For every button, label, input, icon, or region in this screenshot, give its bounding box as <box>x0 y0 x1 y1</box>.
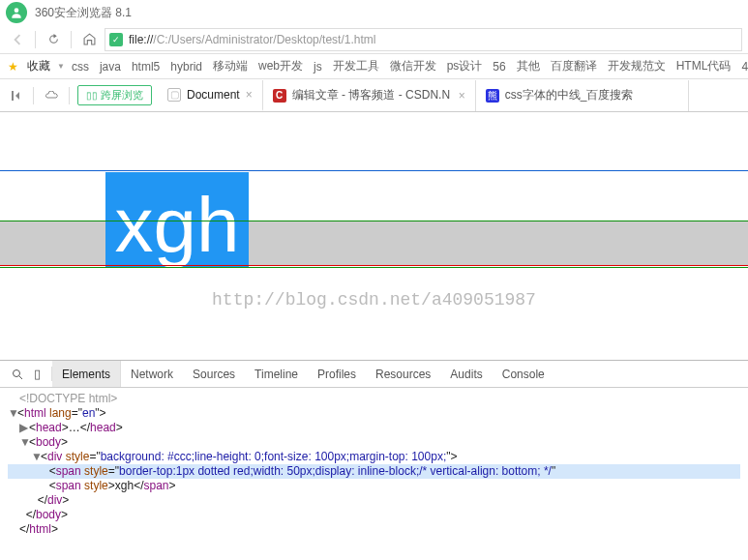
dom-tree[interactable]: <!DOCTYPE html> ▼<html lang="en"> ▶<head… <box>0 388 748 541</box>
inspect-icon[interactable] <box>6 368 29 380</box>
bookmark-item[interactable]: css <box>68 60 93 74</box>
doctype: <!DOCTYPE html> <box>19 392 117 405</box>
devtools: ▯ Elements Network Sources Timeline Prof… <box>0 360 748 541</box>
tab-csdn[interactable]: C 编辑文章 - 博客频道 - CSDN.N × <box>263 80 476 111</box>
baidu-icon: 熊 <box>486 89 499 103</box>
bookmark-item[interactable]: web开发 <box>254 58 307 74</box>
devtools-tab-elements[interactable]: Elements <box>52 361 121 387</box>
url-protocol: file:// <box>129 33 153 46</box>
bookmark-item[interactable]: 开发规范文 <box>604 58 670 74</box>
xgh-text: xgh <box>115 187 240 264</box>
svg-point-1 <box>14 369 20 376</box>
back-button[interactable] <box>6 28 29 51</box>
tab-baidu[interactable]: 熊 css字体的中线_百度搜索 <box>476 80 689 111</box>
devtools-tab-profiles[interactable]: Profiles <box>308 361 366 387</box>
bookmark-item[interactable]: ps设计 <box>443 58 487 74</box>
watermark: http://blog.csdn.net/a409051987 <box>0 290 748 309</box>
bookmark-item[interactable]: java <box>96 60 125 74</box>
devtools-tab-sources[interactable]: Sources <box>183 361 245 387</box>
chevron-down-icon: ▼ <box>57 62 65 71</box>
bookmark-item[interactable]: 百度翻译 <box>547 58 601 74</box>
address-bar: ✓ file:///C:/Users/Administrator/Desktop… <box>0 25 748 54</box>
url-input[interactable]: ✓ file:///C:/Users/Administrator/Desktop… <box>105 28 742 51</box>
bookmark-item[interactable]: hybrid <box>166 60 206 74</box>
tab-label: Document <box>187 88 240 102</box>
devtools-tab-network[interactable]: Network <box>121 361 183 387</box>
devtools-tab-resources[interactable]: Resources <box>366 361 440 387</box>
avatar[interactable] <box>6 2 27 23</box>
line-red <box>0 265 748 266</box>
bookmarks-bar: ★ 收藏 ▼ css java html5 hybrid 移动端 web开发 j… <box>0 54 748 79</box>
play-icon[interactable] <box>6 86 25 105</box>
tab-bar: ▯▯跨屏浏览 ▢ Document × C 编辑文章 - 博客频道 - CSDN… <box>0 79 748 112</box>
cross-screen-button[interactable]: ▯▯跨屏浏览 <box>77 85 152 105</box>
title-bar: 360安全浏览器 8.1 <box>0 0 748 25</box>
url-path: /C:/Users/Administrator/Desktop/test/1.h… <box>153 33 375 46</box>
favorites-label[interactable]: 收藏 <box>23 58 54 74</box>
bookmark-item[interactable]: 移动端 <box>209 58 252 74</box>
selected-node: <span style="border-top:1px dotted red;w… <box>8 464 740 479</box>
bookmark-item[interactable]: 其他 <box>513 58 544 74</box>
bookmark-item[interactable]: 微信开发 <box>386 58 440 74</box>
shield-icon: ✓ <box>109 33 123 46</box>
star-icon: ★ <box>8 60 18 74</box>
tab-label: 编辑文章 - 博客频道 - CSDN.N <box>292 87 453 103</box>
tab-label: css字体的中线_百度搜索 <box>505 87 678 103</box>
bookmark-item[interactable]: 开发工具 <box>329 58 383 74</box>
svg-point-0 <box>15 8 19 13</box>
reload-button[interactable] <box>42 28 65 51</box>
devtools-tab-console[interactable]: Console <box>493 361 554 387</box>
devtools-tab-bar: ▯ Elements Network Sources Timeline Prof… <box>0 361 748 388</box>
bookmark-item[interactable]: 56 <box>489 60 509 74</box>
line-blue <box>0 170 748 171</box>
devices-icon: ▯▯ <box>86 90 98 101</box>
line-green-top <box>0 221 748 221</box>
close-icon[interactable]: × <box>459 89 465 103</box>
cloud-icon[interactable] <box>42 86 61 105</box>
close-icon[interactable]: × <box>246 88 253 102</box>
line-green-bottom <box>0 267 748 268</box>
window-title: 360安全浏览器 8.1 <box>35 5 132 21</box>
page-content: xgh http://blog.csdn.net/a409051987 <box>0 112 748 360</box>
document-icon: ▢ <box>167 88 181 102</box>
tab-document[interactable]: ▢ Document × <box>158 80 263 111</box>
bookmark-item[interactable]: HTML代码 <box>673 58 735 74</box>
devtools-tab-audits[interactable]: Audits <box>440 361 492 387</box>
bookmark-item[interactable]: html5 <box>128 60 164 74</box>
devtools-tab-timeline[interactable]: Timeline <box>245 361 308 387</box>
home-button[interactable] <box>77 28 101 51</box>
bookmark-item[interactable]: 404 <box>737 60 748 74</box>
bookmark-item[interactable]: js <box>310 60 326 74</box>
csdn-icon: C <box>273 89 286 103</box>
blue-box: xgh <box>105 172 249 267</box>
device-icon[interactable]: ▯ <box>29 367 52 381</box>
